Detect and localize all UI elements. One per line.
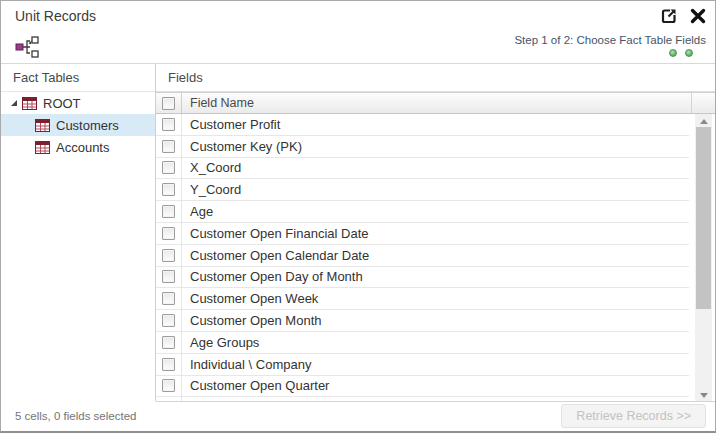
field-name-label: Customer Open Day of Month bbox=[182, 269, 689, 284]
field-checkbox[interactable] bbox=[162, 314, 175, 327]
tree-item-customers[interactable]: Customers bbox=[1, 114, 155, 136]
fact-tables-panel: Fact Tables ROOT bbox=[1, 64, 156, 401]
field-row[interactable]: Customer Open Week bbox=[156, 288, 689, 310]
tree-item-label: ROOT bbox=[43, 96, 81, 111]
field-row[interactable]: Age bbox=[156, 201, 689, 223]
field-checkbox[interactable] bbox=[162, 161, 175, 174]
field-name-label: Customer Key (PK) bbox=[182, 139, 689, 154]
field-name-label: Customer Open Calendar Date bbox=[182, 248, 689, 263]
scroll-up-button[interactable] bbox=[695, 114, 712, 128]
main-content: Fact Tables ROOT bbox=[1, 63, 715, 401]
open-in-new-window-icon[interactable] bbox=[660, 7, 678, 25]
field-row[interactable]: Customer Open Month bbox=[156, 310, 689, 332]
field-checkbox[interactable] bbox=[162, 379, 175, 392]
field-name-column-header: Field Name bbox=[182, 96, 691, 110]
field-checkbox[interactable] bbox=[162, 270, 175, 283]
field-row[interactable]: Customer Open Day of Month bbox=[156, 267, 689, 289]
field-name-label: Customer Profit bbox=[182, 117, 689, 132]
fields-table-header: Field Name bbox=[156, 92, 715, 114]
field-checkbox[interactable] bbox=[162, 358, 175, 371]
field-checkbox[interactable] bbox=[162, 227, 175, 240]
toolbar: Step 1 of 2: Choose Fact Table Fields bbox=[1, 31, 715, 63]
field-row[interactable]: Customer Open Quarter bbox=[156, 376, 689, 398]
selection-status: 5 cells, 0 fields selected bbox=[15, 410, 136, 422]
field-name-label: Y_Coord bbox=[182, 182, 689, 197]
field-checkbox[interactable] bbox=[162, 140, 175, 153]
field-name-label: X_Coord bbox=[182, 160, 689, 175]
footer-divider bbox=[156, 401, 715, 402]
field-checkbox[interactable] bbox=[162, 336, 175, 349]
field-row[interactable]: Y_Coord bbox=[156, 179, 689, 201]
vertical-scrollbar[interactable] bbox=[695, 114, 712, 402]
field-checkbox[interactable] bbox=[162, 118, 175, 131]
step-indicator: Step 1 of 2: Choose Fact Table Fields bbox=[514, 34, 706, 46]
tree-item-label: Customers bbox=[56, 118, 119, 133]
field-row[interactable]: Age Groups bbox=[156, 332, 689, 354]
select-all-checkbox[interactable] bbox=[162, 97, 175, 110]
tree-item-root[interactable]: ROOT bbox=[1, 92, 155, 114]
hierarchy-layout-icon[interactable] bbox=[14, 35, 40, 59]
field-row[interactable]: Customer Open Financial Date bbox=[156, 223, 689, 245]
field-checkbox[interactable] bbox=[162, 249, 175, 262]
unit-records-dialog: Unit Records Step 1 of 2: Choose Fact Ta… bbox=[0, 0, 716, 433]
field-row[interactable]: Customer Profit bbox=[156, 114, 689, 136]
table-icon bbox=[22, 97, 37, 110]
field-row[interactable]: Customer Key (PK) bbox=[156, 136, 689, 158]
progress-dot-1 bbox=[669, 49, 677, 57]
field-name-label: Customer Open Financial Date bbox=[182, 226, 689, 241]
scroll-up-icon bbox=[700, 119, 708, 124]
fact-tables-header: Fact Tables bbox=[1, 64, 155, 92]
progress-dot-2 bbox=[685, 49, 693, 57]
field-checkbox[interactable] bbox=[162, 183, 175, 196]
field-name-label: Individual \ Company bbox=[182, 357, 689, 372]
header-spacer bbox=[691, 93, 715, 113]
footer: 5 cells, 0 fields selected Retrieve Reco… bbox=[1, 401, 715, 431]
tree-item-label: Accounts bbox=[56, 140, 109, 155]
field-row[interactable]: Individual \ Company bbox=[156, 354, 689, 376]
dialog-title: Unit Records bbox=[15, 8, 96, 24]
fact-tables-tree: ROOT Customers bbox=[1, 92, 155, 158]
field-name-label: Age bbox=[182, 204, 689, 219]
scrollbar-thumb[interactable] bbox=[696, 127, 711, 309]
field-name-label: Customer Open Week bbox=[182, 291, 689, 306]
field-name-label: Customer Open Month bbox=[182, 313, 689, 328]
scroll-down-button[interactable] bbox=[695, 388, 712, 402]
field-checkbox[interactable] bbox=[162, 292, 175, 305]
field-row[interactable]: X_Coord bbox=[156, 158, 689, 180]
fields-table-body: Customer ProfitCustomer Key (PK)X_CoordY… bbox=[156, 114, 715, 402]
tree-item-accounts[interactable]: Accounts bbox=[1, 136, 155, 158]
tree-expander-icon[interactable] bbox=[9, 98, 19, 108]
table-icon bbox=[35, 141, 50, 154]
field-name-label: Age Groups bbox=[182, 335, 689, 350]
fields-panel: Fields Field Name Customer ProfitCustome… bbox=[156, 64, 715, 401]
titlebar: Unit Records bbox=[1, 1, 715, 31]
close-icon[interactable] bbox=[689, 7, 707, 25]
field-checkbox[interactable] bbox=[162, 205, 175, 218]
fields-header: Fields bbox=[156, 64, 715, 92]
retrieve-records-button[interactable]: Retrieve Records >> bbox=[561, 404, 706, 428]
field-row[interactable]: Customer Open Calendar Date bbox=[156, 245, 689, 267]
scroll-down-icon bbox=[700, 393, 708, 398]
table-icon bbox=[35, 119, 50, 132]
progress-dots bbox=[514, 49, 706, 57]
field-name-label: Customer Open Quarter bbox=[182, 378, 689, 393]
